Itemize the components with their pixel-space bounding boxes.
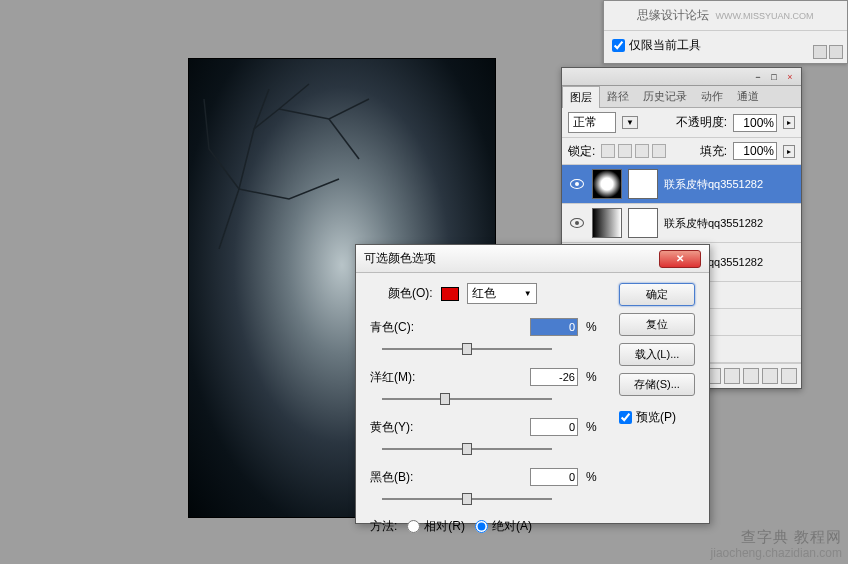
cyan-slider[interactable] <box>382 342 552 358</box>
lock-all-icon[interactable] <box>652 144 666 158</box>
panel-tabs: 图层 路径 历史记录 动作 通道 <box>562 86 801 108</box>
branches-decoration <box>199 69 479 249</box>
opacity-input[interactable]: 100% <box>733 114 777 132</box>
chevron-down-icon[interactable]: ▼ <box>622 116 638 129</box>
layer-group-icon[interactable] <box>743 368 759 384</box>
method-absolute-radio[interactable] <box>475 520 488 533</box>
visibility-icon[interactable] <box>570 218 584 228</box>
panel-icon[interactable] <box>829 45 843 59</box>
color-label: 颜色(O): <box>388 285 433 302</box>
layers-titlebar[interactable]: − □ × <box>562 68 801 86</box>
black-label: 黑色(B): <box>370 469 426 486</box>
method-absolute-label: 绝对(A) <box>492 518 532 535</box>
ok-button[interactable]: 确定 <box>619 283 695 306</box>
selective-color-dialog: 可选颜色选项 ✕ 颜色(O): 红色▼ 青色(C): 0 % 洋红(M): <box>355 244 710 524</box>
percent-label: % <box>586 420 600 434</box>
top-info-panel: 思缘设计论坛 WWW.MISSYUAN.COM 仅限当前工具 <box>603 0 848 64</box>
close-button[interactable]: ✕ <box>659 250 701 268</box>
tab-actions[interactable]: 动作 <box>694 86 730 107</box>
lock-transparency-icon[interactable] <box>601 144 615 158</box>
preview-label: 预览(P) <box>636 409 676 426</box>
lock-label: 锁定: <box>568 143 595 160</box>
method-relative-label: 相对(R) <box>424 518 465 535</box>
tab-history[interactable]: 历史记录 <box>636 86 694 107</box>
layer-item[interactable]: 联系皮特qq3551282 <box>562 204 801 243</box>
new-layer-icon[interactable] <box>762 368 778 384</box>
percent-label: % <box>586 370 600 384</box>
layer-thumbnail[interactable] <box>592 208 622 238</box>
load-button[interactable]: 载入(L)... <box>619 343 695 366</box>
forum-title: 思缘设计论坛 WWW.MISSYUAN.COM <box>604 1 847 30</box>
delete-layer-icon[interactable] <box>781 368 797 384</box>
save-button[interactable]: 存储(S)... <box>619 373 695 396</box>
yellow-label: 黄色(Y): <box>370 419 426 436</box>
dialog-title: 可选颜色选项 <box>364 250 436 267</box>
panel-icon[interactable] <box>813 45 827 59</box>
lock-position-icon[interactable] <box>635 144 649 158</box>
percent-label: % <box>586 470 600 484</box>
lock-pixels-icon[interactable] <box>618 144 632 158</box>
cyan-input[interactable]: 0 <box>530 318 578 336</box>
visibility-icon[interactable] <box>570 179 584 189</box>
blend-mode-select[interactable]: 正常 <box>568 112 616 133</box>
minimize-icon[interactable]: − <box>751 71 765 83</box>
maximize-icon[interactable]: □ <box>767 71 781 83</box>
percent-label: % <box>586 320 600 334</box>
cyan-label: 青色(C): <box>370 319 426 336</box>
chevron-right-icon[interactable]: ▸ <box>783 145 795 158</box>
yellow-slider[interactable] <box>382 442 552 458</box>
tab-channels[interactable]: 通道 <box>730 86 766 107</box>
fill-label: 填充: <box>700 143 727 160</box>
yellow-input[interactable]: 0 <box>530 418 578 436</box>
layer-item[interactable]: 联系皮特qq3551282 <box>562 165 801 204</box>
color-swatch <box>441 287 459 301</box>
black-input[interactable]: 0 <box>530 468 578 486</box>
layer-name: 联系皮特qq3551282 <box>664 216 763 231</box>
current-tool-only-checkbox[interactable] <box>612 39 625 52</box>
layer-name: 联系皮特qq3551282 <box>664 177 763 192</box>
chevron-down-icon: ▼ <box>524 289 532 298</box>
chevron-right-icon[interactable]: ▸ <box>783 116 795 129</box>
magenta-input[interactable]: -26 <box>530 368 578 386</box>
magenta-slider[interactable] <box>382 392 552 408</box>
black-slider[interactable] <box>382 492 552 508</box>
adjustment-layer-icon[interactable] <box>724 368 740 384</box>
color-select[interactable]: 红色▼ <box>467 283 537 304</box>
reset-button[interactable]: 复位 <box>619 313 695 336</box>
preview-checkbox[interactable] <box>619 411 632 424</box>
layer-mask-thumbnail[interactable] <box>628 169 658 199</box>
method-label: 方法: <box>370 518 397 535</box>
fill-input[interactable]: 100% <box>733 142 777 160</box>
opacity-label: 不透明度: <box>676 114 727 131</box>
layer-thumbnail[interactable] <box>592 169 622 199</box>
layer-mask-thumbnail[interactable] <box>628 208 658 238</box>
tab-paths[interactable]: 路径 <box>600 86 636 107</box>
method-relative-radio[interactable] <box>407 520 420 533</box>
current-tool-only-label: 仅限当前工具 <box>629 37 701 54</box>
watermark: 查字典 教程网 jiaocheng.chazidian.com <box>711 527 842 562</box>
tab-layers[interactable]: 图层 <box>562 86 600 108</box>
dialog-titlebar[interactable]: 可选颜色选项 ✕ <box>356 245 709 273</box>
close-icon[interactable]: × <box>783 71 797 83</box>
magenta-label: 洋红(M): <box>370 369 426 386</box>
